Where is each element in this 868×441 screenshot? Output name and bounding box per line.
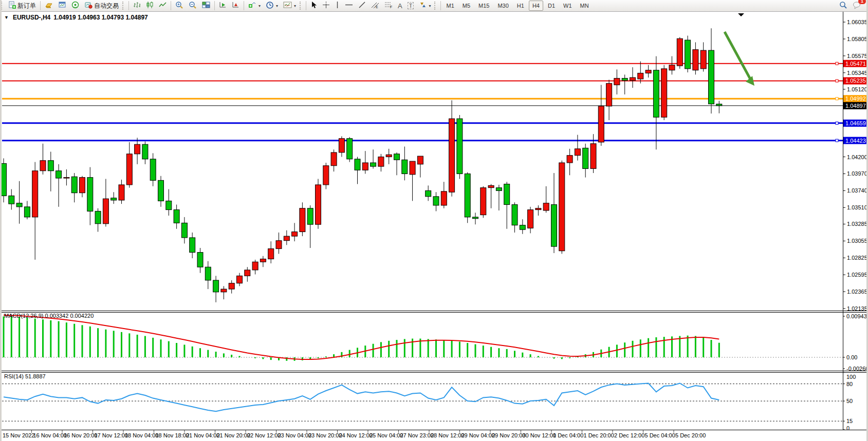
candle-body bbox=[559, 163, 565, 251]
candle-body bbox=[80, 178, 85, 193]
candle-body bbox=[433, 197, 439, 205]
candle-body bbox=[488, 185, 494, 187]
chart-shift-button[interactable] bbox=[229, 0, 242, 11]
notification-badge: 1 bbox=[858, 0, 866, 4]
price-tag-text: 1.04423 bbox=[845, 138, 866, 144]
indicators-caret: ▾ bbox=[258, 4, 261, 8]
chart-window-button[interactable] bbox=[56, 0, 69, 11]
tf-button-H4[interactable]: H4 bbox=[529, 1, 543, 11]
candle-body bbox=[331, 152, 337, 166]
rsi-label: RSI(14) 51.8887 bbox=[4, 373, 46, 379]
time-axis-label: 30 Nov 12:00 bbox=[523, 432, 556, 438]
periods-caret: ▾ bbox=[276, 4, 278, 8]
price-axis-label: 1.05575 bbox=[847, 53, 867, 59]
candle-body bbox=[245, 270, 250, 276]
chart-title: ▼ EURUSD-,H4 1.04919 1.04963 1.04793 1.0… bbox=[4, 14, 148, 21]
hline-anchor[interactable] bbox=[836, 139, 838, 142]
text-label-tool-button[interactable]: T bbox=[405, 0, 417, 11]
toolbar-grip[interactable] bbox=[1, 2, 5, 10]
chart-background[interactable] bbox=[0, 12, 868, 429]
candle-body bbox=[237, 276, 243, 283]
market-watch-button[interactable] bbox=[42, 0, 56, 11]
macd-axis-label: 0.009433 bbox=[846, 313, 868, 319]
tf-button-M5[interactable]: M5 bbox=[459, 1, 474, 11]
candle-body bbox=[64, 178, 69, 178]
tf-button-H1[interactable]: H1 bbox=[513, 1, 528, 11]
candle-body bbox=[693, 50, 698, 70]
time-axis-label: 21 Nov 20:00 bbox=[217, 432, 250, 438]
fibonacci-tool-button[interactable]: F bbox=[382, 0, 395, 11]
tf-button-W1[interactable]: W1 bbox=[560, 1, 576, 11]
time-axis-label: 17 Nov 12:00 bbox=[95, 432, 128, 438]
chart-canvas[interactable]: 1.060351.058051.055751.053451.051201.042… bbox=[0, 12, 868, 441]
price-axis-label: 1.05120 bbox=[847, 86, 867, 92]
candle-body bbox=[465, 174, 470, 217]
candle-body bbox=[126, 154, 132, 185]
new-order-button[interactable]: 新订单 bbox=[6, 0, 39, 11]
trendline-tool-button[interactable] bbox=[356, 0, 368, 11]
candle-body bbox=[606, 83, 612, 106]
tile-windows-button[interactable] bbox=[199, 0, 213, 11]
candle-body bbox=[16, 203, 22, 207]
price-tag-text: 1.04659 bbox=[845, 120, 866, 126]
candle-body bbox=[441, 191, 447, 205]
hline-anchor[interactable] bbox=[836, 62, 838, 65]
tf-button-M15[interactable]: M15 bbox=[475, 1, 493, 11]
tf-button-M30[interactable]: M30 bbox=[494, 1, 512, 11]
notifications-button[interactable]: 1 bbox=[850, 0, 864, 11]
text-tool-button[interactable]: A bbox=[395, 0, 405, 11]
templates-button[interactable]: ▾ bbox=[281, 0, 299, 11]
candle-body bbox=[520, 225, 525, 230]
search-button[interactable] bbox=[837, 0, 850, 11]
hline-anchor[interactable] bbox=[836, 122, 838, 124]
candle-body bbox=[496, 188, 502, 191]
price-axis-label: 1.03740 bbox=[847, 187, 867, 194]
bar-chart-button[interactable] bbox=[131, 0, 143, 11]
price-axis-label: 1.02365 bbox=[847, 289, 867, 295]
candle-body bbox=[260, 259, 266, 262]
channel-tool-button[interactable]: E bbox=[368, 0, 382, 11]
cursor-tool-button[interactable] bbox=[308, 0, 320, 11]
candle-body bbox=[276, 241, 282, 249]
candle-body bbox=[252, 262, 258, 270]
text-label-icon: T bbox=[408, 2, 414, 9]
candle-body bbox=[378, 157, 384, 167]
candle-body bbox=[410, 161, 415, 175]
indicators-button[interactable]: ▾ bbox=[246, 0, 263, 11]
auto-scroll-button[interactable] bbox=[216, 0, 229, 11]
shapes-tool-button[interactable]: ▾ bbox=[416, 0, 433, 11]
candle-body bbox=[174, 210, 179, 223]
cursor-icon bbox=[310, 1, 317, 10]
tf-button-D1[interactable]: D1 bbox=[544, 1, 559, 11]
candle-body bbox=[158, 180, 164, 201]
auto-trading-button[interactable]: 自动交易 bbox=[82, 0, 121, 11]
periods-button[interactable]: ▾ bbox=[263, 0, 281, 11]
candle-body bbox=[700, 50, 706, 69]
candle-body bbox=[355, 159, 360, 170]
tf-button-MN[interactable]: MN bbox=[577, 1, 593, 11]
crosshair-tool-button[interactable] bbox=[320, 0, 333, 11]
rsi-axis-label: 100 bbox=[846, 374, 856, 380]
collapse-arrow-icon[interactable]: ▼ bbox=[4, 15, 9, 20]
auto-trading-label: 自动交易 bbox=[94, 2, 119, 10]
hline-anchor[interactable] bbox=[836, 98, 838, 100]
fibonacci-icon: F bbox=[384, 1, 393, 10]
hline-anchor[interactable] bbox=[836, 80, 838, 82]
horizontal-line-tool-button[interactable] bbox=[342, 0, 356, 11]
macd-axis-label: -0.002606 bbox=[846, 366, 868, 372]
candlestick-button[interactable] bbox=[143, 0, 156, 11]
line-chart-button[interactable] bbox=[156, 0, 169, 11]
chart-area[interactable]: 1.060351.058051.055751.053451.051201.042… bbox=[0, 12, 868, 441]
candle-body bbox=[103, 199, 108, 224]
candle-body bbox=[669, 65, 675, 70]
time-axis-label: 21 Nov 04:00 bbox=[186, 432, 219, 438]
zoom-out-button[interactable] bbox=[186, 0, 199, 11]
candle-body bbox=[190, 238, 195, 253]
signal-button[interactable] bbox=[69, 0, 82, 11]
zoom-in-button[interactable] bbox=[173, 0, 186, 11]
candle-body bbox=[362, 163, 368, 170]
vertical-line-tool-button[interactable] bbox=[333, 0, 342, 11]
tf-button-M1[interactable]: M1 bbox=[442, 1, 457, 11]
candle-body bbox=[661, 69, 667, 117]
shapes-icon bbox=[419, 1, 427, 10]
